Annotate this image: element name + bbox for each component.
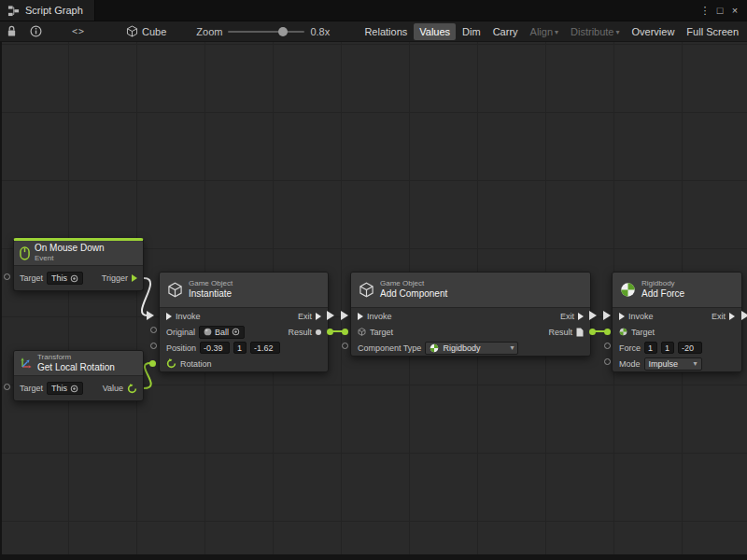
rotation-value-port-icon[interactable] [127,384,137,394]
component-type-dropdown[interactable]: Rigidbody ▾ [425,342,518,355]
exit-output-port-icon[interactable] [316,313,321,320]
result-output-port-icon[interactable] [316,329,321,335]
target-input-port[interactable] [342,329,348,335]
zoom-slider[interactable] [228,25,304,38]
result-component-port-icon[interactable] [576,328,584,337]
script-graph-window: Script Graph ⋮ □ × <> [0,0,747,560]
ball-icon [204,328,212,336]
full-screen-button[interactable]: Full Screen [681,23,744,40]
port-row: Target This Trigger [14,266,143,290]
invoke-port-label: Invoke [367,312,392,321]
relations-button[interactable]: Relations [359,23,413,40]
port-row: Invoke Exit [160,308,328,324]
node-get-local-rotation[interactable]: Transform Get Local Rotation Target This… [13,350,144,401]
node-add-force[interactable]: Rigidbody Add Force Invoke Exit [612,272,742,372]
node-title: Get Local Rotation [37,362,115,374]
node-header[interactable]: Game Object Add Component [351,273,590,308]
position-input-port[interactable] [150,343,157,349]
zoom-slider-knob[interactable] [278,27,288,36]
exit-port-label: Exit [560,312,574,321]
force-z-input[interactable] [678,342,702,354]
cube-icon [126,25,138,37]
rotation-port-icon[interactable] [166,358,176,369]
values-button[interactable]: Values [414,23,456,40]
node-header[interactable]: Transform Get Local Rotation [14,351,143,376]
force-input-port[interactable] [604,343,611,349]
rigidbody-mini-icon [619,328,627,336]
node-header[interactable]: On Mouse Down Event [14,241,143,266]
wire-value-to-rotation[interactable] [144,363,151,388]
tab-script-graph[interactable]: Script Graph [0,0,95,21]
window-edge [0,554,747,560]
position-x-input[interactable] [200,342,230,354]
code-view-icon[interactable]: <> [66,23,91,40]
exit-output-port[interactable] [589,311,597,320]
exit-output-port[interactable] [327,311,334,320]
chevron-down-icon: ▾ [616,28,620,36]
object-picker-icon[interactable] [70,274,78,283]
titlebar: Script Graph ⋮ □ × [0,0,747,21]
trigger-output-port-icon[interactable] [132,274,137,282]
force-x-input[interactable] [644,342,657,354]
distribute-button[interactable]: Distribute▾ [565,23,625,40]
position-z-input[interactable] [250,342,280,354]
target-port-label: Target [20,273,43,283]
target-input-port[interactable] [604,329,611,335]
window-edge [0,42,2,560]
original-object-chip[interactable]: Ball [199,326,245,339]
node-header[interactable]: Rigidbody Add Force [613,273,741,308]
node-surtitle: Game Object [380,279,447,288]
zoom-slider-track[interactable] [228,31,304,33]
node-on-mouse-down[interactable]: On Mouse Down Event Target This Trigger [13,238,144,291]
target-input-port[interactable] [4,384,10,390]
invoke-port-label: Invoke [176,312,201,321]
target-object-chip[interactable]: This [47,382,83,395]
window-title: Script Graph [25,5,83,16]
component-type-input-port[interactable] [342,343,348,349]
force-y-input[interactable] [661,342,674,354]
mode-input-port[interactable] [604,358,611,365]
object-picker-icon[interactable] [70,385,78,393]
result-output-port[interactable] [327,329,333,335]
invoke-input-port-icon[interactable] [358,313,363,320]
overview-button[interactable]: Overview [627,23,681,40]
carry-button[interactable]: Carry [487,23,524,40]
result-output-port[interactable] [589,329,596,335]
toolbar-buttons: Relations Values Dim Carry Align▾ Distri… [359,23,744,40]
node-header[interactable]: Game Object Instantiate [160,273,328,308]
invoke-input-port[interactable] [147,311,154,320]
graph-canvas[interactable]: On Mouse Down Event Target This Trigger [0,42,747,560]
dim-button[interactable]: Dim [457,23,486,40]
invoke-input-port[interactable] [341,311,348,320]
port-row: Rotation [160,356,328,371]
original-input-port[interactable] [150,327,157,333]
position-y-input[interactable] [233,342,247,354]
result-port-label: Result [288,328,312,337]
lock-icon[interactable] [3,23,20,40]
exit-output-port[interactable] [741,311,747,320]
target-port-label: Target [20,384,43,393]
exit-output-port-icon[interactable] [578,313,584,320]
chevron-down-icon: ▾ [694,359,698,368]
maximize-icon[interactable]: □ [712,5,727,16]
object-picker-icon[interactable] [232,328,240,336]
node-title: On Mouse Down [35,243,104,255]
exit-port-label: Exit [298,312,312,321]
more-menu-icon[interactable]: ⋮ [698,5,712,17]
exit-output-port-icon[interactable] [729,313,735,320]
invoke-input-port[interactable] [603,311,611,320]
node-add-component[interactable]: Game Object Add Component Invoke Exit Ta… [350,272,591,357]
rotation-input-port[interactable] [149,360,156,367]
invoke-input-port-icon[interactable] [619,313,625,320]
zoom-label: Zoom [196,26,222,37]
force-mode-dropdown[interactable]: Impulse ▾ [644,357,702,371]
info-icon[interactable] [27,23,44,40]
align-button[interactable]: Align▾ [525,23,564,40]
node-instantiate[interactable]: Game Object Instantiate Invoke Exit Orig… [159,272,329,372]
target-object-value: This [51,384,67,393]
target-input-port[interactable] [4,273,10,280]
invoke-input-port-icon[interactable] [166,313,172,320]
close-icon[interactable]: × [727,5,742,16]
graph-target-selector[interactable]: Cube [126,25,166,37]
target-object-chip[interactable]: This [47,272,83,285]
